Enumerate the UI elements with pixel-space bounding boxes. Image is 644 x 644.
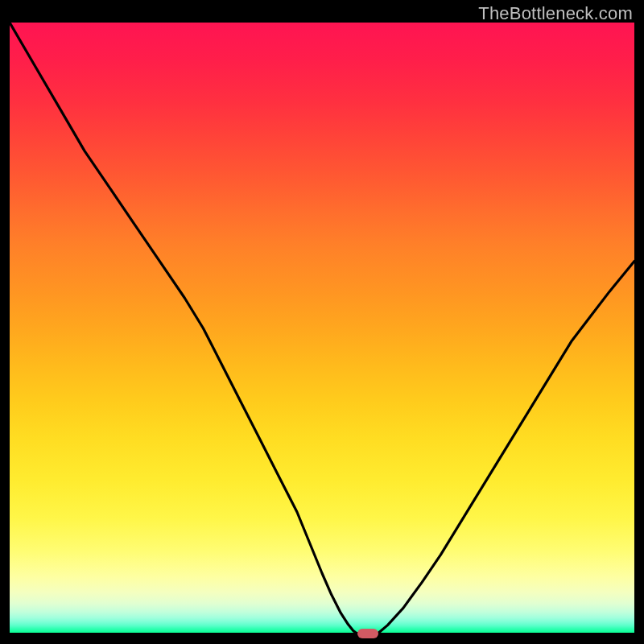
plot-area	[10, 23, 634, 634]
minimum-marker	[357, 629, 378, 638]
watermark-text: TheBottleneck.com	[478, 3, 633, 24]
chart-stage: TheBottleneck.com	[0, 0, 644, 644]
bottleneck-curve	[10, 23, 634, 633]
curve-layer	[10, 23, 634, 634]
baseline	[10, 633, 634, 634]
